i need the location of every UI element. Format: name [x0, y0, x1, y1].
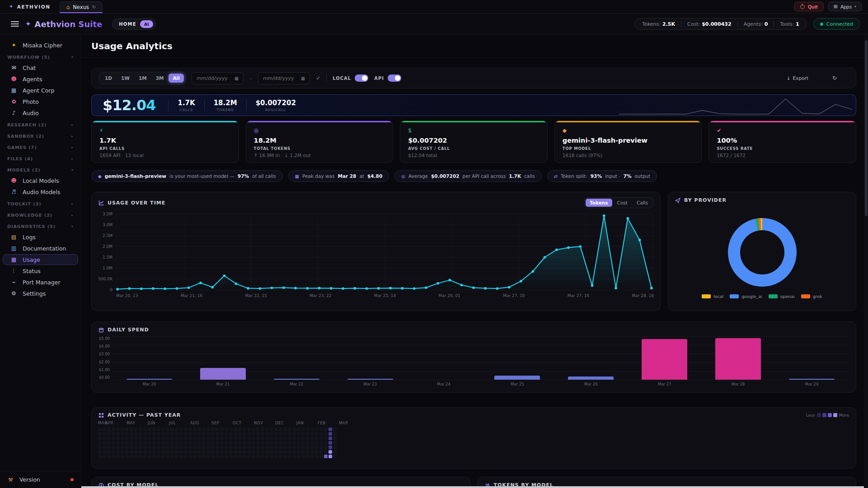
heatmap-cell[interactable]	[288, 441, 291, 445]
heatmap-cell[interactable]	[216, 432, 219, 436]
heatmap-cell[interactable]	[175, 450, 178, 454]
heatmap-cell[interactable]	[306, 450, 310, 454]
heatmap-cell[interactable]	[279, 428, 282, 431]
heatmap-cell[interactable]	[216, 450, 219, 454]
heatmap-cell[interactable]	[166, 441, 169, 445]
heatmap-cell[interactable]	[229, 446, 233, 449]
heatmap-cell[interactable]	[143, 428, 147, 431]
heatmap-cell[interactable]	[256, 455, 260, 458]
heatmap-cell[interactable]	[175, 437, 178, 440]
heatmap-cell[interactable]	[121, 437, 124, 440]
heatmap-cell[interactable]	[116, 446, 120, 449]
sidebar-item-agent-corp[interactable]: ▦Agent Corp	[3, 85, 78, 96]
sidebar-item-version[interactable]: ⚒ Version	[0, 471, 81, 488]
heatmap-cell[interactable]	[148, 428, 151, 431]
heatmap-cell[interactable]	[130, 437, 133, 440]
heatmap-cell[interactable]	[134, 446, 138, 449]
heatmap-cell[interactable]	[247, 432, 251, 436]
heatmap-cell[interactable]	[324, 432, 328, 436]
heatmap-cell[interactable]	[103, 432, 106, 436]
heatmap-cell[interactable]	[283, 450, 287, 454]
heatmap-cell[interactable]	[310, 455, 314, 458]
heatmap-cell[interactable]	[315, 450, 319, 454]
heatmap-cell[interactable]	[220, 432, 224, 436]
heatmap-cell[interactable]	[243, 455, 246, 458]
sidebar-section-games-7[interactable]: GAMES (7)▸	[0, 143, 81, 152]
heatmap-cell[interactable]	[179, 441, 183, 445]
tab-nexus[interactable]: ⌂ Nexus ↻	[60, 1, 103, 13]
heatmap-cell[interactable]	[301, 446, 305, 449]
heatmap-cell[interactable]	[107, 450, 111, 454]
heatmap-cell[interactable]	[265, 455, 269, 458]
heatmap-cell[interactable]	[288, 437, 291, 440]
export-button[interactable]: ↓ Export	[787, 75, 808, 81]
heatmap-cell[interactable]	[288, 446, 291, 449]
heatmap-cell[interactable]	[103, 450, 106, 454]
heatmap-cell[interactable]	[112, 455, 115, 458]
heatmap-cell[interactable]	[220, 441, 224, 445]
heatmap-cell[interactable]	[297, 437, 300, 440]
heatmap-cell[interactable]	[256, 437, 260, 440]
heatmap-cell[interactable]	[216, 441, 219, 445]
heatmap-cell[interactable]	[157, 446, 160, 449]
heatmap-cell[interactable]	[333, 455, 337, 458]
heatmap-cell[interactable]	[152, 441, 156, 445]
heatmap-cell[interactable]	[206, 437, 210, 440]
heatmap-cell[interactable]	[216, 455, 219, 458]
heatmap-cell[interactable]	[202, 455, 206, 458]
sidebar-section-knowledge-2[interactable]: KNOWLEDGE (2)▸	[0, 210, 81, 220]
heatmap-cell[interactable]	[112, 446, 115, 449]
heatmap-cell[interactable]	[319, 441, 323, 445]
heatmap-cell[interactable]	[125, 450, 129, 454]
sidebar-section-sandbox-2[interactable]: SANDBOX (2)▸	[0, 131, 81, 141]
heatmap-cell[interactable]	[234, 446, 237, 449]
heatmap-cell[interactable]	[157, 428, 160, 431]
heatmap-cell[interactable]	[148, 446, 151, 449]
refresh-button[interactable]: ↻	[832, 75, 837, 81]
heatmap-cell[interactable]	[170, 446, 174, 449]
heatmap-cell[interactable]	[279, 455, 282, 458]
api-toggle[interactable]	[388, 74, 401, 82]
heatmap-cell[interactable]	[229, 450, 233, 454]
heatmap-cell[interactable]	[265, 446, 269, 449]
heatmap-cell[interactable]	[148, 437, 151, 440]
heatmap-cell[interactable]	[283, 428, 287, 431]
heatmap-cell[interactable]	[143, 437, 147, 440]
heatmap-cell[interactable]	[188, 441, 192, 445]
heatmap-cell[interactable]	[243, 432, 246, 436]
heatmap-cell[interactable]	[130, 450, 133, 454]
heatmap-cell[interactable]	[197, 432, 201, 436]
heatmap-cell[interactable]	[152, 432, 156, 436]
heatmap-cell[interactable]	[202, 450, 206, 454]
heatmap-cell[interactable]	[211, 432, 215, 436]
heatmap-cell[interactable]	[225, 441, 228, 445]
heatmap-cell[interactable]	[161, 450, 165, 454]
heatmap-cell[interactable]	[107, 441, 111, 445]
heatmap-cell[interactable]	[220, 437, 224, 440]
heatmap-cell[interactable]	[283, 455, 287, 458]
heatmap-cell[interactable]	[319, 428, 323, 431]
heatmap-cell[interactable]	[134, 450, 138, 454]
heatmap-cell[interactable]	[333, 437, 337, 440]
heatmap-cell[interactable]	[297, 450, 300, 454]
heatmap-cell[interactable]	[283, 432, 287, 436]
heatmap-cell[interactable]	[328, 441, 332, 445]
heatmap-cell[interactable]	[121, 428, 124, 431]
sidebar-item-photo[interactable]: ✿Photo	[3, 96, 78, 107]
heatmap-cell[interactable]	[157, 432, 160, 436]
heatmap-cell[interactable]	[193, 441, 197, 445]
heatmap-cell[interactable]	[116, 450, 120, 454]
heatmap-cell[interactable]	[234, 441, 237, 445]
heatmap-cell[interactable]	[139, 446, 142, 449]
heatmap-cell[interactable]	[179, 455, 183, 458]
heatmap-cell[interactable]	[175, 432, 178, 436]
heatmap-cell[interactable]	[130, 446, 133, 449]
heatmap-cell[interactable]	[256, 428, 260, 431]
heatmap-cell[interactable]	[301, 455, 305, 458]
heatmap-cell[interactable]	[130, 455, 133, 458]
apps-button[interactable]: ⊞ Apps ▾	[828, 2, 862, 11]
heatmap-cell[interactable]	[112, 428, 115, 431]
heatmap-cell[interactable]	[279, 441, 282, 445]
heatmap-cell[interactable]	[310, 432, 314, 436]
sidebar-section-workflow-5[interactable]: WORKFLOW (5)▾	[0, 52, 81, 62]
